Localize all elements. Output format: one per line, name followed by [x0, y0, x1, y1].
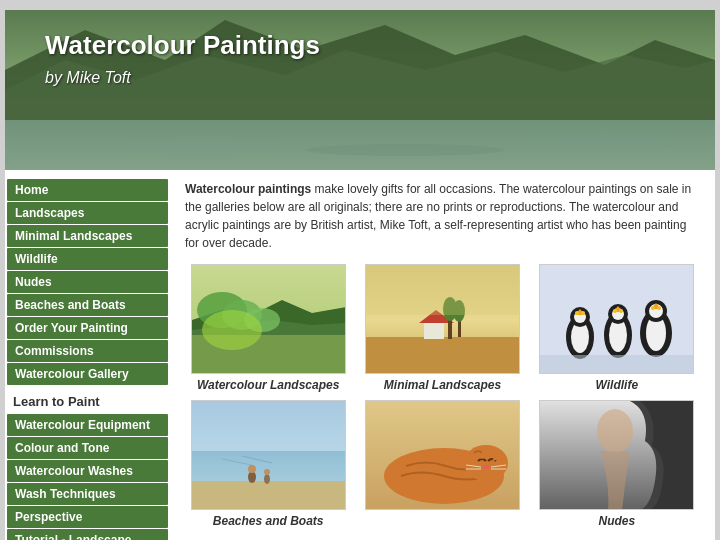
wildlife-painting: [539, 264, 694, 374]
gallery-item-minimal[interactable]: Minimal Landscapes: [359, 264, 525, 392]
main-content: Watercolour paintings make lovely gifts …: [170, 170, 715, 540]
gallery-item-landscapes[interactable]: Watercolour Landscapes: [185, 264, 351, 392]
gallery-item-beaches[interactable]: Beaches and Boats: [185, 400, 351, 528]
sidebar-item-tutorial-landscape[interactable]: Tutorial - Landscape: [7, 529, 168, 540]
sidebar: Home Landscapes Minimal Landscapes Wildl…: [5, 170, 170, 540]
sidebar-item-colour-and-tone[interactable]: Colour and Tone: [7, 437, 168, 459]
svg-rect-17: [424, 323, 444, 339]
intro-bold: Watercolour paintings: [185, 182, 311, 196]
svg-point-5: [305, 144, 505, 156]
learn-to-paint-heading: Learn to Paint: [5, 386, 170, 413]
svg-rect-23: [366, 265, 520, 315]
sidebar-item-watercolour-equipment[interactable]: Watercolour Equipment: [7, 414, 168, 436]
sidebar-item-wildlife[interactable]: Wildlife: [7, 248, 168, 270]
svg-point-38: [619, 309, 623, 313]
svg-point-6: [535, 135, 675, 149]
svg-point-31: [581, 311, 585, 315]
gallery-label-minimal: Minimal Landscapes: [384, 378, 501, 392]
site-subtitle: by Mike Toft: [45, 69, 320, 87]
site-title: Watercolour Paintings: [45, 30, 320, 61]
sidebar-item-order-your-painting[interactable]: Order Your Painting: [7, 317, 168, 339]
header-banner: Watercolour Paintings by Mike Toft: [5, 10, 715, 170]
landscape-painting: [191, 264, 346, 374]
svg-rect-16: [366, 337, 520, 374]
gallery-grid: Watercolour Landscapes: [185, 264, 700, 528]
sidebar-item-nudes[interactable]: Nudes: [7, 271, 168, 293]
svg-rect-46: [540, 355, 694, 374]
nudes-painting: [539, 400, 694, 510]
sidebar-item-beaches-and-boats[interactable]: Beaches and Boats: [7, 294, 168, 316]
cat-painting: [365, 400, 520, 510]
sidebar-item-home[interactable]: Home: [7, 179, 168, 201]
header-text-block: Watercolour Paintings by Mike Toft: [45, 30, 320, 87]
svg-point-14: [202, 310, 262, 350]
beaches-painting: [191, 400, 346, 510]
svg-rect-49: [192, 481, 346, 510]
gallery-label-beaches: Beaches and Boats: [213, 514, 324, 528]
sidebar-item-landscapes[interactable]: Landscapes: [7, 202, 168, 224]
svg-point-45: [657, 306, 661, 310]
sidebar-item-perspective[interactable]: Perspective: [7, 506, 168, 528]
svg-point-58: [464, 445, 508, 481]
gallery-label-wildlife: Wildlife: [596, 378, 639, 392]
gallery-label-landscapes: Watercolour Landscapes: [197, 378, 340, 392]
learn-navigation: Watercolour Equipment Colour and Tone Wa…: [5, 414, 170, 540]
sidebar-item-watercolour-washes[interactable]: Watercolour Washes: [7, 460, 168, 482]
sidebar-item-watercolour-gallery[interactable]: Watercolour Gallery: [7, 363, 168, 385]
intro-paragraph: Watercolour paintings make lovely gifts …: [185, 180, 700, 252]
svg-point-44: [651, 306, 655, 310]
svg-point-37: [613, 309, 617, 313]
svg-point-59: [483, 465, 489, 469]
gallery-item-cat[interactable]: [359, 400, 525, 528]
svg-point-67: [597, 409, 633, 453]
gallery-item-nudes[interactable]: Nudes: [534, 400, 700, 528]
gallery-item-wildlife[interactable]: Wildlife: [534, 264, 700, 392]
svg-point-30: [575, 311, 579, 315]
svg-point-53: [264, 469, 270, 475]
sidebar-item-minimal-landscapes[interactable]: Minimal Landscapes: [7, 225, 168, 247]
minimal-painting: [365, 264, 520, 374]
svg-point-51: [248, 465, 256, 473]
sidebar-item-commissions[interactable]: Commissions: [7, 340, 168, 362]
sidebar-item-wash-techniques[interactable]: Wash Techniques: [7, 483, 168, 505]
svg-point-4: [125, 137, 285, 153]
gallery-label-nudes: Nudes: [598, 514, 635, 528]
svg-point-52: [264, 474, 270, 484]
main-navigation: Home Landscapes Minimal Landscapes Wildl…: [5, 179, 170, 385]
